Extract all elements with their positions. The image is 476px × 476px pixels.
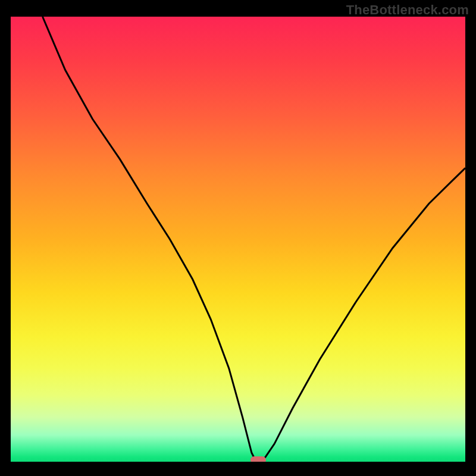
watermark-text: TheBottleneck.com xyxy=(346,2,469,18)
bottleneck-curve xyxy=(43,17,466,462)
plot-area xyxy=(11,17,465,462)
curve-svg xyxy=(11,17,465,462)
optimum-marker xyxy=(250,456,266,462)
